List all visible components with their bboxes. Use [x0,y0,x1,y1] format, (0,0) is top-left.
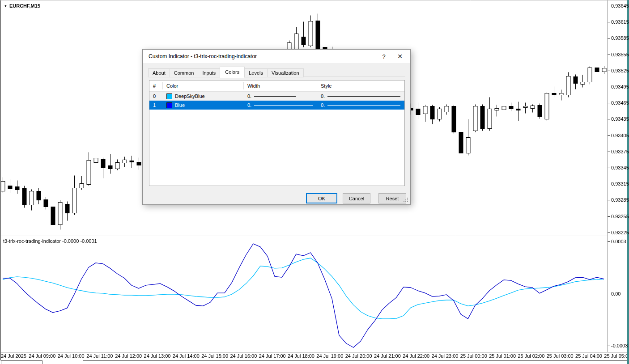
indicator-axis-label: -0.0003 [611,343,628,348]
resize-grip[interactable] [407,201,408,202]
price-axis-label: 0.93405 [611,133,629,138]
custom-indicator-dialog: Custom Indicator - t3-trix-roc-trading-i… [142,49,411,205]
column-header-width: Width [244,82,317,89]
style-line-preview [327,105,400,106]
dialog-title: Custom Indicator - t3-trix-roc-trading-i… [149,53,257,59]
width-value: 0. [247,93,251,99]
time-axis-label: 25 Jul 01:00 [489,353,516,359]
price-axis-label: 0.93555 [611,52,629,57]
time-axis-label: 24 Jul 10:00 [58,353,85,359]
time-axis-label: 24 Jul 23:00 [432,353,459,359]
help-button[interactable]: ? [376,50,391,63]
price-axis-label: 0.93315 [611,181,629,186]
ok-button[interactable]: OK [306,193,337,203]
color-swatch-deepskyblue [166,93,172,99]
time-axis-label: 24 Jul 09:00 [29,353,55,359]
time-axis-label: 24 Jul 21:00 [374,353,401,359]
style-line-preview [327,96,400,97]
tab-colors[interactable]: Colors [220,67,245,78]
row-index: 0 [149,92,163,101]
time-axis-label: 25 Jul 03:00 [547,353,574,359]
price-axis-label: 0.93645 [611,3,629,8]
time-axis-label: 24 Jul 17:00 [259,353,286,359]
style-value: 0. [321,93,325,99]
close-button[interactable]: ✕ [392,50,408,63]
price-axis-label: 0.93375 [611,149,629,154]
time-axis-label: 24 Jul 22:00 [403,353,429,359]
table-row[interactable]: 0 DeepSkyBlue 0. 0. [149,92,404,101]
column-header-style: Style [317,82,404,89]
time-axis-label: 24 Jul 11:00 [86,353,113,359]
mt4-chart-window: ▼ EURCHF,M15 t3-trix-roc-trading-indicat… [0,0,629,364]
colors-table: # Color Width Style 0 DeepSkyBlue 0. 0. [149,80,405,186]
width-value: 0. [247,102,251,108]
time-axis-label: 24 Jul 16:00 [230,353,257,359]
tab-common[interactable]: Common [170,68,199,77]
indicator-window-label: t3-trix-roc-trading-indicator -0.0000 -0… [3,238,97,244]
price-axis-label: 0.93495 [611,84,629,89]
column-header-index: # [149,82,163,89]
time-axis-label: 24 Jul 18:00 [288,353,314,359]
price-axis-label: 0.93435 [611,116,629,122]
column-header-color: Color [163,82,244,89]
price-axis-label: 0.93615 [611,19,629,25]
price-axis-label: 0.93225 [611,230,629,235]
time-axis-label: 24 Jul 19:00 [316,353,343,359]
tab-visualization[interactable]: Visualization [267,68,304,77]
table-header-row: # Color Width Style [149,80,404,92]
indicator-axis-label: 0.00 [611,291,620,296]
dialog-titlebar[interactable]: Custom Indicator - t3-trix-roc-trading-i… [143,50,410,63]
price-axis-label: 0.93285 [611,197,629,203]
time-axis-label: 24 Jul 13:00 [144,353,171,359]
chevron-down-icon: ▼ [4,4,7,8]
price-axis-label: 0.93345 [611,165,629,170]
color-name: DeepSkyBlue [175,93,205,99]
cancel-button[interactable]: Cancel [343,193,370,203]
symbol-text: EURCHF,M15 [9,3,40,8]
symbol-label: ▼ EURCHF,M15 [4,3,40,8]
indicator-axis-label: 0.0003 [611,239,626,244]
time-axis[interactable]: 24 Jul 202524 Jul 09:0024 Jul 10:0024 Ju… [0,353,627,360]
color-swatch-blue [166,102,172,108]
style-value: 0. [321,102,325,108]
time-axis-label: 24 Jul 15:00 [201,353,228,359]
time-axis-label: 24 Jul 12:00 [115,353,142,359]
time-axis-label: 24 Jul 20:00 [345,353,372,359]
price-axis-label: 0.93465 [611,100,629,106]
price-axis-label: 0.93585 [611,35,629,41]
table-row-selected[interactable]: 1 Blue 0. 0. [149,101,404,110]
dialog-tabs: About Common Inputs Colors Levels Visual… [148,67,303,77]
time-axis-label: 24 Jul 2025 [1,353,26,359]
time-axis-label: 25 Jul 00:00 [460,353,487,359]
tab-about[interactable]: About [148,68,170,77]
reset-button[interactable]: Reset [378,193,406,203]
time-axis-label: 24 Jul 14:00 [173,353,200,359]
width-line-preview [254,105,313,106]
tab-inputs[interactable]: Inputs [198,68,220,77]
time-axis-label: 25 Jul 04:00 [575,353,602,359]
color-name: Blue [175,102,185,108]
row-index: 1 [149,101,163,110]
price-axis-label: 0.93255 [611,214,629,219]
width-line-preview [254,96,296,97]
time-axis-label: 25 Jul 05:00 [604,353,627,359]
tab-levels[interactable]: Levels [244,68,268,77]
price-axis[interactable]: 0.936450.936150.935850.935550.935250.934… [608,0,627,352]
price-axis-label: 0.93525 [611,68,629,73]
time-axis-label: 25 Jul 02:00 [518,353,544,359]
